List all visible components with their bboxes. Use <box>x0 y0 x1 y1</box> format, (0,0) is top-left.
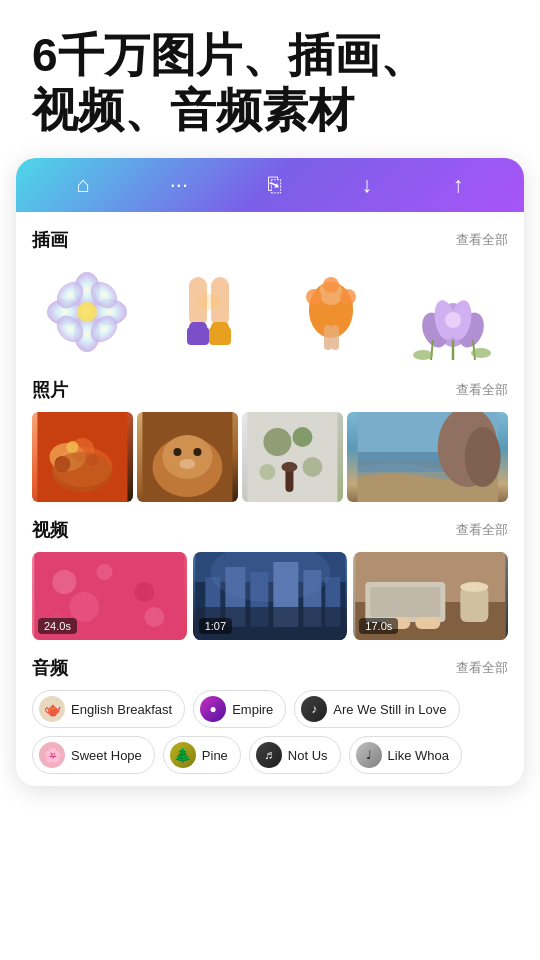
svg-point-15 <box>197 294 221 310</box>
svg-point-40 <box>86 454 98 466</box>
svg-point-34 <box>471 348 491 358</box>
app-card: ⌂ ··· ⎘ ↓ ↑ 插画 查看全部 <box>16 158 524 786</box>
chip-icon-tea: 🫖 <box>39 696 65 722</box>
chip-label-5: Pine <box>202 748 228 763</box>
home-icon[interactable]: ⌂ <box>76 172 89 198</box>
chip-label-4: Sweet Hope <box>71 748 142 763</box>
photos-row <box>32 412 508 502</box>
nav-bar: ⌂ ··· ⎘ ↓ ↑ <box>16 158 524 212</box>
photo-sea[interactable] <box>347 412 508 502</box>
svg-rect-84 <box>416 617 441 629</box>
hero-section: 6千万图片、插画、 视频、音频素材 <box>0 0 540 158</box>
svg-point-45 <box>173 448 181 456</box>
chip-label-7: Like Whoa <box>388 748 449 763</box>
svg-point-23 <box>323 277 339 293</box>
photo-cat[interactable] <box>137 412 238 502</box>
video-item-1[interactable]: 24.0s <box>32 552 187 640</box>
svg-point-49 <box>263 428 291 456</box>
photos-header: 照片 查看全部 <box>32 378 508 402</box>
illustration-item-2[interactable] <box>154 262 264 362</box>
hero-title: 6千万图片、插画、 视频、音频素材 <box>32 28 508 138</box>
chip-icon-whoa: ♩ <box>356 742 382 768</box>
svg-point-61 <box>52 570 76 594</box>
videos-title: 视频 <box>32 518 68 542</box>
svg-point-47 <box>179 459 195 469</box>
svg-point-59 <box>464 427 500 487</box>
share-icon[interactable]: ↑ <box>453 172 464 198</box>
svg-point-29 <box>445 312 461 328</box>
svg-point-21 <box>306 289 322 305</box>
audio-chips: 🫖 English Breakfast ● Empire ♪ Are We St… <box>32 690 508 774</box>
videos-row: 24.0s 1:07 <box>32 552 508 640</box>
chip-like-whoa[interactable]: ♩ Like Whoa <box>349 736 462 774</box>
video-item-2[interactable]: 1:07 <box>193 552 348 640</box>
svg-rect-81 <box>461 587 489 622</box>
audio-more[interactable]: 查看全部 <box>456 659 508 677</box>
video-duration-3: 17.0s <box>359 618 398 634</box>
svg-point-63 <box>134 582 154 602</box>
svg-point-46 <box>193 448 201 456</box>
illustrations-title: 插画 <box>32 228 68 252</box>
svg-point-33 <box>413 350 433 360</box>
svg-point-41 <box>66 441 78 453</box>
photo-herbs[interactable] <box>242 412 343 502</box>
videos-header: 视频 查看全部 <box>32 518 508 542</box>
svg-point-54 <box>302 457 322 477</box>
svg-point-53 <box>259 464 275 480</box>
chip-empire[interactable]: ● Empire <box>193 690 286 728</box>
chip-icon-empire: ● <box>200 696 226 722</box>
illustrations-header: 插画 查看全部 <box>32 228 508 252</box>
chip-are-we-still-in-love[interactable]: ♪ Are We Still in Love <box>294 690 459 728</box>
illustration-item-1[interactable] <box>32 262 142 362</box>
download-icon[interactable]: ↓ <box>362 172 373 198</box>
svg-rect-80 <box>371 587 441 617</box>
svg-point-82 <box>461 582 489 592</box>
chip-icon-love: ♪ <box>301 696 327 722</box>
photos-more[interactable]: 查看全部 <box>456 381 508 399</box>
bookmark-icon[interactable]: ⎘ <box>268 172 281 198</box>
chip-label-3: Are We Still in Love <box>333 702 446 717</box>
svg-point-39 <box>54 456 70 472</box>
content-area: 插画 查看全部 <box>16 212 524 786</box>
chip-icon-pine: 🌲 <box>170 742 196 768</box>
illustration-item-4[interactable] <box>398 262 508 362</box>
video-duration-1: 24.0s <box>38 618 77 634</box>
svg-point-22 <box>340 289 356 305</box>
chip-not-us[interactable]: ♬ Not Us <box>249 736 341 774</box>
svg-point-50 <box>292 427 312 447</box>
illustration-item-3[interactable] <box>276 262 386 362</box>
video-duration-2: 1:07 <box>199 618 232 634</box>
videos-more[interactable]: 查看全部 <box>456 521 508 539</box>
chip-label-1: English Breakfast <box>71 702 172 717</box>
svg-rect-14 <box>209 327 231 345</box>
audio-title: 音频 <box>32 656 68 680</box>
chip-label-6: Not Us <box>288 748 328 763</box>
photos-title: 照片 <box>32 378 68 402</box>
photo-food[interactable] <box>32 412 133 502</box>
svg-rect-13 <box>187 327 209 345</box>
chip-icon-hope: 🌸 <box>39 742 65 768</box>
chip-label-2: Empire <box>232 702 273 717</box>
svg-point-62 <box>96 564 112 580</box>
audio-header: 音频 查看全部 <box>32 656 508 680</box>
svg-point-44 <box>162 435 212 479</box>
chip-english-breakfast[interactable]: 🫖 English Breakfast <box>32 690 185 728</box>
more-icon[interactable]: ··· <box>170 172 188 198</box>
svg-point-52 <box>281 462 297 472</box>
illustrations-more[interactable]: 查看全部 <box>456 231 508 249</box>
svg-point-8 <box>77 302 97 322</box>
chip-icon-notus: ♬ <box>256 742 282 768</box>
svg-point-65 <box>144 607 164 627</box>
illustrations-row <box>32 262 508 362</box>
video-item-3[interactable]: 17.0s <box>353 552 508 640</box>
chip-pine[interactable]: 🌲 Pine <box>163 736 241 774</box>
chip-sweet-hope[interactable]: 🌸 Sweet Hope <box>32 736 155 774</box>
